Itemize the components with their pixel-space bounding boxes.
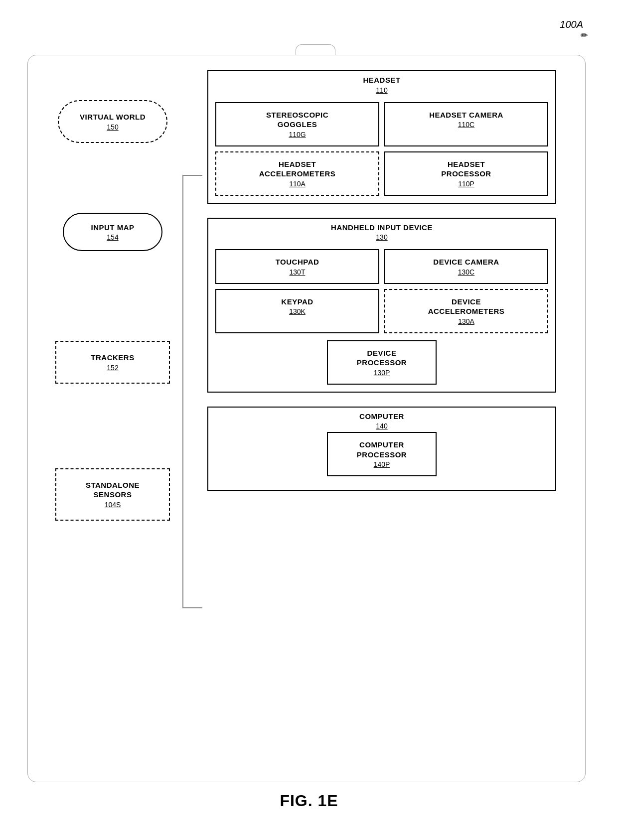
right-column: HEADSET 110 STEREOSCOPICGOGGLES 110G HEA…	[207, 70, 556, 491]
trackers-box: TRACKERS 152	[55, 341, 170, 384]
headset-title: HEADSET	[208, 75, 555, 85]
stereoscopic-goggles-id: 110G	[220, 131, 374, 139]
computer-processor-cell: COMPUTERPROCESSOR 140P	[327, 432, 437, 476]
left-bracket	[182, 175, 202, 608]
input-map-label: INPUT MAP	[69, 223, 156, 233]
device-camera-cell: DEVICE CAMERA 130C	[384, 249, 548, 284]
standalone-sensors-label: STANDALONESENSORS	[61, 480, 164, 500]
headset-accelerometers-label: HEADSETACCELEROMETERS	[220, 159, 374, 179]
top-connector	[296, 44, 335, 55]
device-processor-cell: DEVICEPROCESSOR 130P	[327, 340, 437, 385]
standalone-sensors-box: STANDALONESENSORS 104S	[55, 468, 170, 521]
stereoscopic-goggles-cell: STEREOSCOPICGOGGLES 110G	[215, 102, 379, 146]
computer-title-area: COMPUTER 140	[208, 408, 555, 432]
headset-grid: STEREOSCOPICGOGGLES 110G HEADSET CAMERA …	[208, 96, 555, 203]
touchpad-label: TOUCHPAD	[220, 257, 374, 267]
trackers-label: TRACKERS	[61, 353, 164, 363]
headset-title-area: HEADSET 110	[208, 71, 555, 96]
headset-accelerometers-cell: HEADSETACCELEROMETERS 110A	[215, 151, 379, 196]
handheld-id: 130	[208, 233, 555, 241]
page: 100A ✏ VIRTUAL WORLD 150 INPUT MAP 154	[0, 0, 618, 840]
headset-processor-cell: HEADSETPROCESSOR 110P	[384, 151, 548, 196]
virtual-world-label: VIRTUAL WORLD	[64, 112, 161, 122]
headset-processor-id: 110P	[389, 180, 543, 188]
stereoscopic-goggles-label: STEREOSCOPICGOGGLES	[220, 110, 374, 130]
left-column: VIRTUAL WORLD 150 INPUT MAP 154 TRACKERS…	[43, 85, 182, 521]
input-map-id: 154	[69, 233, 156, 241]
device-camera-label: DEVICE CAMERA	[389, 257, 543, 267]
device-accelerometers-id: 130A	[389, 317, 543, 325]
keypad-label: KEYPAD	[220, 297, 374, 307]
headset-camera-label: HEADSET CAMERA	[389, 110, 543, 120]
computer-title: COMPUTER	[208, 412, 555, 421]
computer-processor-label: COMPUTERPROCESSOR	[332, 440, 432, 459]
standalone-sensors-id: 104S	[61, 501, 164, 509]
virtual-world-id: 150	[64, 123, 161, 131]
headset-camera-id: 110C	[389, 121, 543, 129]
virtual-world-box: VIRTUAL WORLD 150	[58, 100, 167, 143]
headset-section: HEADSET 110 STEREOSCOPICGOGGLES 110G HEA…	[207, 70, 556, 204]
headset-accelerometers-id: 110A	[220, 180, 374, 188]
computer-id: 140	[208, 422, 555, 430]
touchpad-id: 130T	[220, 268, 374, 276]
headset-processor-label: HEADSETPROCESSOR	[389, 159, 543, 179]
handheld-section: HANDHELD INPUT DEVICE 130 TOUCHPAD 130T …	[207, 218, 556, 393]
handheld-grid: TOUCHPAD 130T DEVICE CAMERA 130C KEYPAD …	[208, 243, 555, 340]
keypad-id: 130K	[220, 307, 374, 315]
input-map-box: INPUT MAP 154	[63, 213, 162, 252]
computer-section: COMPUTER 140 COMPUTERPROCESSOR 140P	[207, 407, 556, 492]
device-processor-label: DEVICEPROCESSOR	[332, 348, 432, 368]
device-accelerometers-label: DEVICEACCELEROMETERS	[389, 297, 543, 316]
pencil-icon: ✏	[581, 30, 588, 41]
trackers-id: 152	[61, 364, 164, 372]
handheld-title: HANDHELD INPUT DEVICE	[208, 223, 555, 233]
device-processor-id: 130P	[332, 369, 432, 377]
handheld-title-area: HANDHELD INPUT DEVICE 130	[208, 219, 555, 244]
device-processor-area: DEVICEPROCESSOR 130P	[208, 340, 555, 392]
headset-id: 110	[208, 86, 555, 94]
diagram-reference: 100A	[560, 19, 583, 30]
headset-camera-cell: HEADSET CAMERA 110C	[384, 102, 548, 146]
computer-processor-id: 140P	[332, 460, 432, 468]
figure-label: FIG. 1E	[280, 792, 338, 810]
computer-processor-area: COMPUTERPROCESSOR 140P	[208, 432, 555, 483]
outer-container: VIRTUAL WORLD 150 INPUT MAP 154 TRACKERS…	[27, 55, 586, 782]
device-camera-id: 130C	[389, 268, 543, 276]
keypad-cell: KEYPAD 130K	[215, 289, 379, 333]
device-accelerometers-cell: DEVICEACCELEROMETERS 130A	[384, 289, 548, 333]
touchpad-cell: TOUCHPAD 130T	[215, 249, 379, 284]
